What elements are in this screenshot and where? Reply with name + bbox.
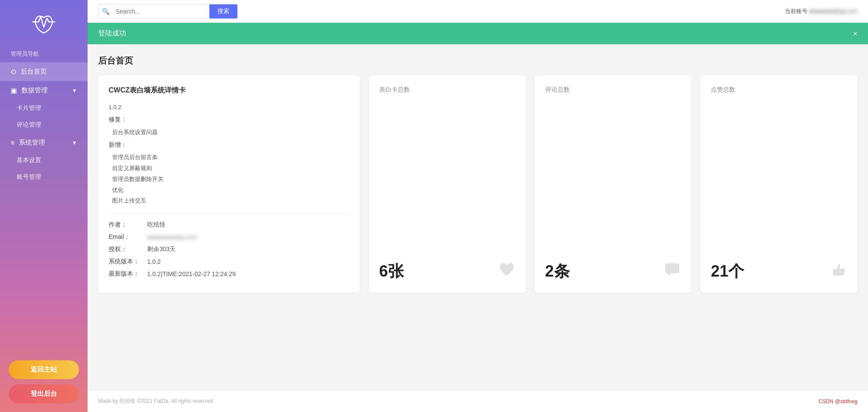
stat-bottom-2: 21个 <box>711 261 847 282</box>
stat-card-comments: 评论总数 2条 <box>535 75 692 293</box>
addition-4: 图片上传交互 <box>112 195 349 206</box>
addition-1: 自定义屏蔽规则 <box>112 163 349 174</box>
sidebar-item-account-mgmt[interactable]: 账号管理 <box>0 169 88 185</box>
sidebar-item-label: 数据管理 <box>21 86 48 95</box>
stat-value-0: 6张 <box>379 261 404 282</box>
sidebar: 管理员导航 ⊙ 后台首页 ▣ 数据管理 ▼ 卡片管理 评论管理 ≡ 系统管理 ▼… <box>0 0 88 412</box>
chevron-down-icon: ▼ <box>72 88 77 94</box>
info-card: CWCZ表白墙系统详情卡 1.0.2 修复： 后台系统设置问题 新增： 管理员后… <box>98 75 360 293</box>
svg-marker-1 <box>668 273 670 276</box>
heart-icon <box>498 261 515 282</box>
main-area: 🔍 搜索 当前账号 ●●●●●●●@qq.com 登陆成功 × 后台首页 CWC… <box>88 0 868 412</box>
sidebar-nav: ⊙ 后台首页 ▣ 数据管理 ▼ 卡片管理 评论管理 ≡ 系统管理 ▼ 基本设置 … <box>0 62 88 185</box>
version-row: 系统版本： 1.0.2 <box>109 258 349 266</box>
sidebar-item-system-mgmt[interactable]: ≡ 系统管理 ▼ <box>0 133 88 152</box>
home-icon: ⊙ <box>11 67 16 76</box>
system-mgmt-icon: ≡ <box>11 139 14 147</box>
stat-value-2: 21个 <box>711 261 744 282</box>
header: 🔍 搜索 当前账号 ●●●●●●●@qq.com <box>88 0 868 23</box>
addition-0: 管理员后台留言条 <box>112 152 349 163</box>
latest-label: 最新版本： <box>109 270 144 278</box>
footer-csdn: CSDN @stdfneg <box>819 398 857 405</box>
search-input[interactable] <box>113 8 209 15</box>
header-account: 当前账号 ●●●●●●●@qq.com <box>785 7 857 15</box>
version-text: 1.0.2 <box>109 102 349 112</box>
license-value: 剩余303天 <box>147 245 176 253</box>
stat-card-likes: 点赞总数 21个 <box>700 75 857 293</box>
stat-value-1: 2条 <box>545 261 570 282</box>
dashboard-grid: CWCZ表白墙系统详情卡 1.0.2 修复： 后台系统设置问题 新增： 管理员后… <box>98 75 857 293</box>
email-row: Email： ●●●●●●●●●q.com <box>109 233 349 241</box>
search-button[interactable]: 搜索 <box>209 4 237 19</box>
author-label: 作者： <box>109 221 144 229</box>
sidebar-item-label: 后台首页 <box>21 67 47 76</box>
sidebar-item-comment-mgmt[interactable]: 评论管理 <box>0 117 88 133</box>
comment-icon <box>663 261 681 282</box>
sidebar-item-card-mgmt[interactable]: 卡片管理 <box>0 100 88 117</box>
account-prefix: 当前账号 <box>785 8 808 14</box>
logout-button[interactable]: 登出后台 <box>9 384 79 403</box>
addition-2: 管理员数据删除开关 <box>112 174 349 185</box>
license-row: 授权： 剩余303天 <box>109 245 349 253</box>
sidebar-sub-label: 评论管理 <box>17 121 41 129</box>
content-area: 后台首页 CWCZ表白墙系统详情卡 1.0.2 修复： 后台系统设置问题 新增：… <box>88 44 868 390</box>
stat-bottom-1: 2条 <box>545 261 681 282</box>
sidebar-sub-label: 账号管理 <box>17 173 41 181</box>
logo <box>31 9 57 37</box>
stat-card-cards: 表白卡总数 6张 <box>369 75 526 293</box>
info-card-content: 1.0.2 修复： 后台系统设置问题 新增： 管理员后台留言条 自定义屏蔽规则 … <box>109 102 349 206</box>
alert-message: 登陆成功 <box>98 29 126 38</box>
sidebar-item-data-mgmt[interactable]: ▣ 数据管理 ▼ <box>0 81 88 100</box>
sidebar-sub-label: 基本设置 <box>17 156 41 164</box>
alert-banner: 登陆成功 × <box>88 23 868 44</box>
latest-value: 1.0.2|TIME:2021-02-27 12:24:29 <box>147 270 236 277</box>
info-divider <box>109 213 349 214</box>
search-box: 🔍 搜索 <box>98 4 238 19</box>
alert-close-button[interactable]: × <box>853 30 857 38</box>
admin-label: 管理员导航 <box>0 50 39 58</box>
author-row: 作者： 吃纸怪 <box>109 221 349 229</box>
addition-3: 优化 <box>112 185 349 196</box>
author-value: 吃纸怪 <box>147 221 166 229</box>
changes-item-0: 后台系统设置问题 <box>112 127 349 138</box>
license-label: 授权： <box>109 245 144 253</box>
latest-row: 最新版本： 1.0.2|TIME:2021-02-27 12:24:29 <box>109 270 349 278</box>
stat-label-1: 评论总数 <box>545 86 681 94</box>
stat-bottom-0: 6张 <box>379 261 515 282</box>
data-mgmt-icon: ▣ <box>11 86 17 95</box>
sidebar-item-label: 系统管理 <box>19 139 45 147</box>
email-value: ●●●●●●●●●q.com <box>147 234 197 241</box>
account-value: ●●●●●●●@qq.com <box>809 8 857 14</box>
additions-label: 新增： <box>109 139 349 150</box>
stat-label-2: 点赞总数 <box>711 86 847 94</box>
search-icon: 🔍 <box>99 8 113 15</box>
chevron-down-icon: ▼ <box>72 140 77 146</box>
footer-copyright: Made by 吃纸怪 ©2021 FatDa. All rights rese… <box>98 398 215 405</box>
thumbsup-icon <box>829 261 847 282</box>
version-label: 系统版本： <box>109 258 144 266</box>
sidebar-item-basic-settings[interactable]: 基本设置 <box>0 152 88 169</box>
changes-label: 修复： <box>109 114 349 125</box>
stat-label-0: 表白卡总数 <box>379 86 515 94</box>
sidebar-item-dashboard[interactable]: ⊙ 后台首页 <box>0 62 88 81</box>
page-title: 后台首页 <box>98 55 857 67</box>
version-value: 1.0.2 <box>147 258 161 265</box>
sidebar-sub-label: 卡片管理 <box>17 104 41 112</box>
sidebar-actions: 返回主站 登出后台 <box>0 352 88 412</box>
email-label: Email： <box>109 233 144 241</box>
footer: Made by 吃纸怪 ©2021 FatDa. All rights rese… <box>88 390 868 412</box>
return-site-button[interactable]: 返回主站 <box>9 360 79 379</box>
svg-rect-0 <box>665 263 679 273</box>
info-card-title: CWCZ表白墙系统详情卡 <box>109 86 349 95</box>
